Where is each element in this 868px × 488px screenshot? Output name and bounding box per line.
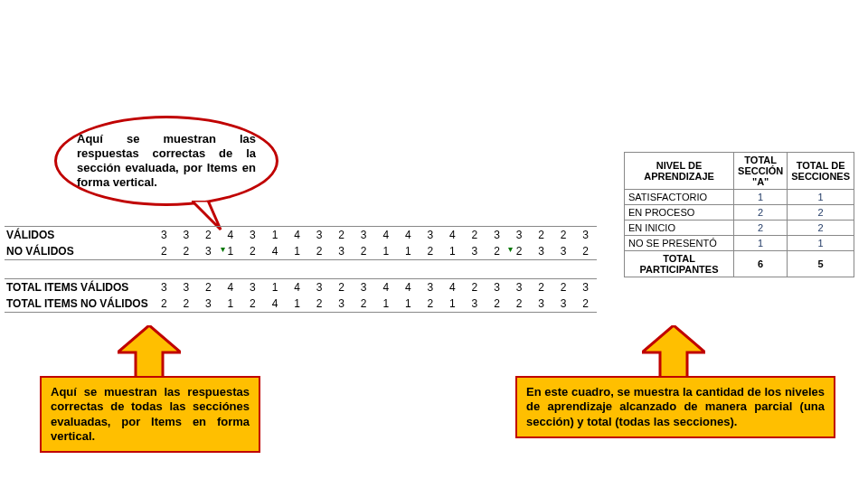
nivel-table: NIVEL DE APRENDIZAJE TOTALSECCIÓN"A" TOT… xyxy=(624,152,854,277)
table-row: NO VÁLIDOS 22312412321121322332 xyxy=(5,243,597,260)
row-label: TOTAL ITEMS VÁLIDOS xyxy=(5,279,153,296)
row-label: TOTAL ITEMS NO VÁLIDOS xyxy=(5,296,153,313)
table-row: NO SE PRESENTÓ11 xyxy=(625,236,854,251)
arrow-up-left-icon xyxy=(118,325,181,378)
table-row: EN PROCESO22 xyxy=(625,205,854,221)
spacer-row xyxy=(5,260,597,279)
callout-right-text: En este cuadro, se muestra la cantidad d… xyxy=(526,385,825,428)
table-row: TOTAL ITEMS NO VÁLIDOS 22312412321121322… xyxy=(5,296,597,313)
row-label: VÁLIDOS xyxy=(5,227,153,244)
arrow-up-right-icon xyxy=(642,325,705,378)
table-header-row: NIVEL DE APRENDIZAJE TOTALSECCIÓN"A" TOT… xyxy=(625,153,854,190)
col-header: TOTAL DESECCIONES xyxy=(788,153,854,190)
svg-marker-1 xyxy=(118,325,181,378)
items-table-section: VÁLIDOS 33243143234434233223 NO VÁLIDOS … xyxy=(5,226,597,313)
table-row-total: TOTAL PARTICIPANTES65 xyxy=(625,251,854,277)
callout-top-bubble: Aquí se muestran las respuestas correcta… xyxy=(54,116,278,206)
callout-top-text: Aquí se muestran las respuestas correcta… xyxy=(77,132,256,191)
svg-marker-2 xyxy=(642,325,705,378)
table-row: EN INICIO22 xyxy=(625,221,854,236)
col-header: TOTALSECCIÓN"A" xyxy=(734,153,788,190)
callout-left-box: Aquí se muestran las respuestas correcta… xyxy=(40,376,260,453)
table-row: SATISFACTORIO11 xyxy=(625,190,854,205)
callout-right-box: En este cuadro, se muestra la cantidad d… xyxy=(515,376,835,438)
callout-left-text: Aquí se muestran las respuestas correcta… xyxy=(51,385,250,443)
items-tables: VÁLIDOS 33243143234434233223 NO VÁLIDOS … xyxy=(5,226,597,313)
nivel-table-wrap: NIVEL DE APRENDIZAJE TOTALSECCIÓN"A" TOT… xyxy=(624,152,854,277)
row-label: NO VÁLIDOS xyxy=(5,243,153,260)
col-header: NIVEL DE APRENDIZAJE xyxy=(625,153,734,190)
table-row: VÁLIDOS 33243143234434233223 xyxy=(5,227,597,244)
table-row: TOTAL ITEMS VÁLIDOS 33243143234434233223 xyxy=(5,279,597,296)
